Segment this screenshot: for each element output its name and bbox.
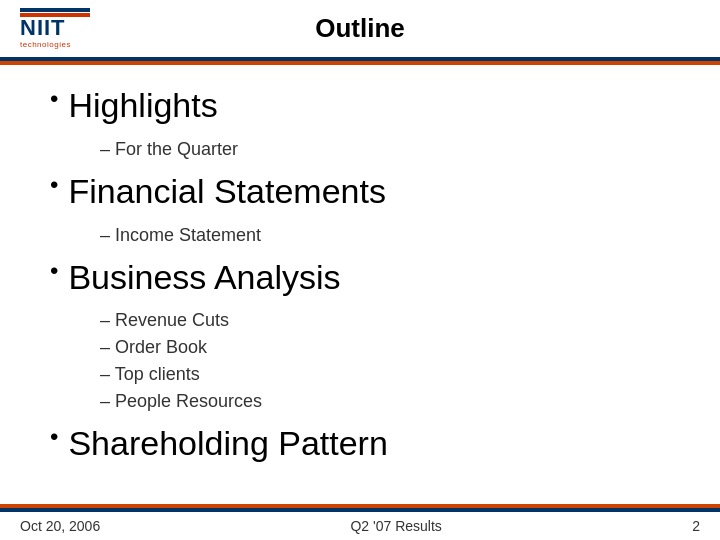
financial-sub-1: – Income Statement — [100, 222, 670, 249]
financial-subitems: – Income Statement — [100, 222, 670, 249]
page-title: Outline — [100, 13, 700, 44]
footer-subtitle: Q2 '07 Results — [350, 518, 441, 534]
content-area: • Highlights – For the Quarter • Financi… — [0, 65, 720, 494]
financial-label: Financial Statements — [68, 171, 386, 212]
business-sub-1: – Revenue Cuts — [100, 307, 670, 334]
shareholding-label: Shareholding Pattern — [68, 423, 387, 464]
business-label: Business Analysis — [68, 257, 340, 298]
logo-technologies: technologies — [20, 40, 71, 49]
business-sub-3: – Top clients — [100, 361, 670, 388]
logo-area: NIIT technologies — [20, 8, 100, 49]
outline-item-financial: • Financial Statements — [50, 171, 670, 212]
bullet-business: • — [50, 257, 58, 286]
footer-date: Oct 20, 2006 — [20, 518, 100, 534]
footer-page: 2 — [692, 518, 700, 534]
highlights-sub-1: – For the Quarter — [100, 136, 670, 163]
header: NIIT technologies Outline — [0, 0, 720, 57]
outline-item-highlights: • Highlights — [50, 85, 670, 126]
logo-niit: NIIT — [20, 17, 66, 39]
outline-item-shareholding: • Shareholding Pattern — [50, 423, 670, 464]
highlights-label: Highlights — [68, 85, 217, 126]
bullet-shareholding: • — [50, 423, 58, 452]
highlights-subitems: – For the Quarter — [100, 136, 670, 163]
business-sub-2: – Order Book — [100, 334, 670, 361]
footer-content: Oct 20, 2006 Q2 '07 Results 2 — [0, 512, 720, 540]
business-sub-4: – People Resources — [100, 388, 670, 415]
business-subitems: – Revenue Cuts – Order Book – Top client… — [100, 307, 670, 415]
bullet-highlights: • — [50, 85, 58, 114]
bullet-financial: • — [50, 171, 58, 200]
logo-bar-top — [20, 8, 90, 12]
outline-item-business: • Business Analysis — [50, 257, 670, 298]
footer: Oct 20, 2006 Q2 '07 Results 2 — [0, 504, 720, 540]
